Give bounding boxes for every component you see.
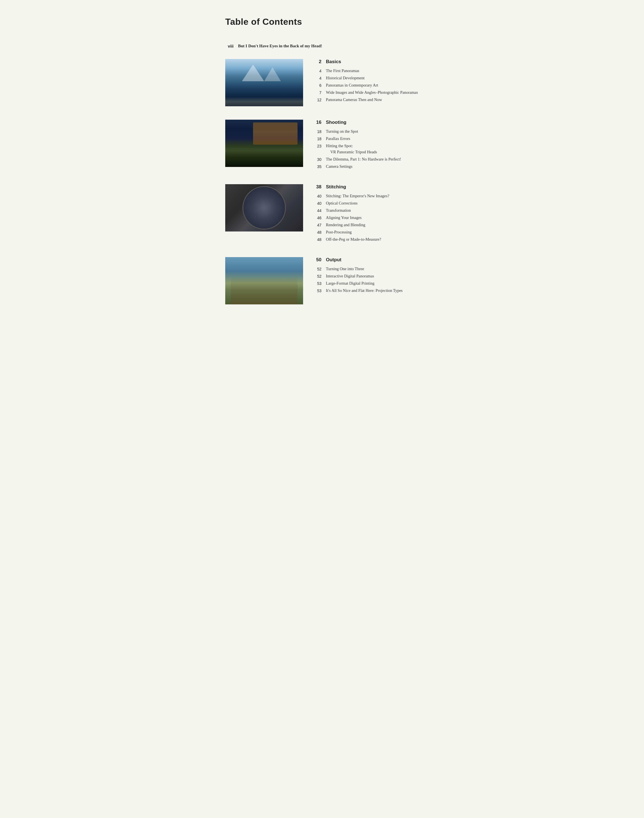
toc-entry: 18Turning on the Spot [313,129,419,135]
entry-main-text: Camera Settings [326,164,352,169]
intro-page-num: viii [225,44,233,48]
entry-main-text: Stitching: The Emperor's New Images? [326,194,389,198]
entry-text: Panoramas in Contemporary Art [326,82,378,88]
toc-entry: 23Hitting the Spot:VR Panoramic Tripod H… [313,143,419,155]
toc-entry: 7Wide Images and Wide Angles–Photographi… [313,89,419,96]
entry-main-text: Large-Format Digital Printing [326,281,374,286]
entry-text: Camera Settings [326,164,352,170]
toc-entry: 53It's All So Nice and Flat Here: Projec… [313,288,419,294]
entry-page-num: 23 [313,143,322,149]
entry-text: Hitting the Spot:VR Panoramic Tripod Hea… [326,143,377,155]
entry-page-num: 4 [313,68,322,74]
toc-entry: 46Aligning Your Images [313,215,419,221]
entry-text: Panorama Cameras Then and Now [326,97,382,103]
entry-text: The Dilemma, Part 1: No Hardware is Perf… [326,156,401,163]
entry-page-num: 35 [313,164,322,170]
toc-entry: 40Stitching: The Emperor's New Images? [313,193,419,199]
toc-entry: 53Large-Format Digital Printing [313,280,419,287]
entry-page-num: 53 [313,288,322,294]
entry-main-text: Off-the-Peg or Made-to-Measure? [326,237,381,241]
entry-text: It's All So Nice and Flat Here: Projecti… [326,288,403,294]
entry-page-num: 44 [313,208,322,214]
toc-entry: 4Historical Development [313,75,419,81]
entry-text: Transformation [326,208,351,214]
entry-text: Rendering and Blending [326,222,365,228]
toc-entry: 35Camera Settings [313,164,419,170]
entry-page-num: 53 [313,280,322,287]
entry-text: Interactive Digital Panoramas [326,273,374,279]
entry-page-num: 52 [313,273,322,279]
entry-page-num: 48 [313,237,322,243]
entry-page-num: 18 [313,136,322,142]
section-image-output [225,257,303,304]
toc-entry: 52Turning One into Three [313,266,419,272]
intro-section: viii But I Don't Have Eyes in the Back o… [225,44,419,51]
section-num-stitching: 38 [313,184,322,190]
section-image-stitching [225,184,303,232]
toc-entry: 40Optical Corrections [313,200,419,206]
entry-text: Post-Processing [326,229,352,235]
section-content-output: 50Output52Turning One into Three52Intera… [313,257,419,295]
entry-main-text: Turning on the Spot [326,129,358,134]
entry-page-num: 46 [313,215,322,221]
entry-page-num: 18 [313,129,322,135]
section-name-shooting: Shooting [326,120,347,125]
entry-page-num: 6 [313,82,322,88]
entry-main-text: The First Panoramas [326,68,359,73]
entry-text: Turning on the Spot [326,129,358,135]
entry-main-text: Interactive Digital Panoramas [326,274,374,278]
entry-main-text: Post-Processing [326,230,352,234]
entry-main-text: Optical Corrections [326,201,357,205]
toc-entry: 48Off-the-Peg or Made-to-Measure? [313,237,419,243]
entry-text: Large-Format Digital Printing [326,280,374,287]
entry-page-num: 40 [313,193,322,199]
entry-page-num: 48 [313,229,322,235]
section-output: 50Output52Turning One into Three52Intera… [225,257,419,304]
entry-text: Aligning Your Images [326,215,362,221]
entry-main-text: Parallax Errors [326,136,350,141]
entry-page-num: 30 [313,156,322,163]
entry-main-text: Hitting the Spot: [326,144,353,148]
intro-title: But I Don't Have Eyes in the Back of my … [238,44,322,48]
entry-main-text: Panorama Cameras Then and Now [326,97,382,102]
entry-main-text: Turning One into Three [326,266,364,271]
entry-text: The First Panoramas [326,68,359,74]
entry-page-num: 4 [313,75,322,81]
toc-entry: 48Post-Processing [313,229,419,235]
section-content-basics: 2Basics4The First Panoramas4Historical D… [313,59,419,104]
entry-page-num: 47 [313,222,322,228]
section-shooting: 16Shooting18Turning on the Spot18Paralla… [225,120,419,171]
toc-entry: 52Interactive Digital Panoramas [313,273,419,279]
entry-main-text: Historical Development [326,76,365,80]
toc-entry: 18Parallax Errors [313,136,419,142]
entry-text: Stitching: The Emperor's New Images? [326,193,389,199]
entry-main-text: Transformation [326,208,351,212]
toc-entry: 12Panorama Cameras Then and Now [313,97,419,103]
section-name-basics: Basics [326,59,341,65]
entry-page-num: 40 [313,200,322,206]
entry-page-num: 52 [313,266,322,272]
entry-text: Optical Corrections [326,200,357,206]
section-name-output: Output [326,257,342,263]
page-title: Table of Contents [225,17,419,27]
toc-entry: 47Rendering and Blending [313,222,419,228]
toc-entry: 44Transformation [313,208,419,214]
toc-entry: 6Panoramas in Contemporary Art [313,82,419,88]
section-num-basics: 2 [313,59,322,65]
entry-main-text: Rendering and Blending [326,223,365,227]
section-basics: 2Basics4The First Panoramas4Historical D… [225,59,419,106]
section-num-shooting: 16 [313,120,322,125]
entry-main-text: Wide Images and Wide Angles–Photographic… [326,90,418,95]
entry-main-text: The Dilemma, Part 1: No Hardware is Perf… [326,157,401,161]
section-image-basics [225,59,303,106]
toc-entry: 30The Dilemma, Part 1: No Hardware is Pe… [313,156,419,163]
entry-main-text: It's All So Nice and Flat Here: Projecti… [326,288,403,293]
section-stitching: 38Stitching40Stitching: The Emperor's Ne… [225,184,419,244]
toc-entry: 4The First Panoramas [313,68,419,74]
entry-text: Historical Development [326,75,365,81]
entry-text: Parallax Errors [326,136,350,142]
entry-text: Wide Images and Wide Angles–Photographic… [326,89,418,96]
entry-continuation-text: VR Panoramic Tripod Heads [326,150,377,154]
entry-page-num: 12 [313,97,322,103]
entry-main-text: Aligning Your Images [326,215,362,220]
